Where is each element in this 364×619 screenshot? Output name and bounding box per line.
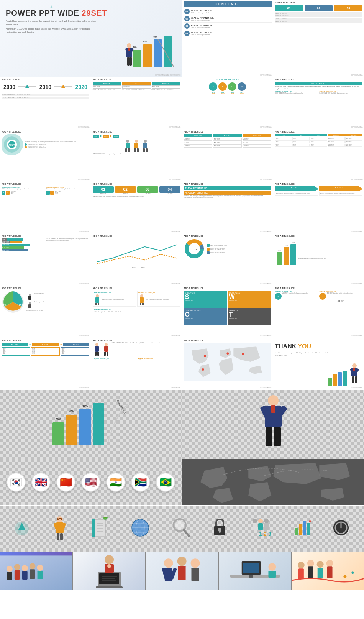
svg-point-12 — [126, 140, 129, 143]
svg-rect-4 — [127, 57, 130, 66]
celebrating-team-photo — [292, 552, 364, 590]
svg-rect-13 — [126, 143, 130, 148]
flag-korea: 🇰🇷 — [7, 473, 26, 492]
business-person-icon — [123, 43, 136, 73]
svg-rect-81 — [60, 533, 63, 540]
contents-item-2: 02 ASADAL INTERNET, INC. Click to add te… — [184, 15, 272, 23]
step-boxes-title: ADD A TITLE SLIDE — [93, 183, 180, 185]
svg-rect-33 — [28, 304, 31, 308]
svg-rect-114 — [307, 523, 310, 535]
bar-chart-asset: 30% 40% 60% BUSINESS — [0, 390, 182, 459]
svg-point-0 — [127, 43, 131, 48]
flag-china: 🇨🇳 — [56, 473, 75, 492]
hero-title: POWER PPT WIDE 29SET — [6, 9, 176, 18]
flag-uk: 🇬🇧 — [31, 473, 51, 492]
flag-usa: 🇺🇸 — [81, 473, 100, 492]
contents-slide: CONTENTS 01 ASADAL INTERNET, INC. Click … — [182, 0, 273, 77]
people-cards-title: ADD A TITLE SLIDE — [93, 287, 180, 289]
lr-bars-slide: ADD A TITLE SLIDE TEXT ADD TEXT ADD TEXT — [0, 233, 91, 285]
text-indicators-title: ADD A TITLE SLIDE — [275, 183, 362, 185]
world-map-slide: ADD A TITLE SLIDE — [182, 338, 273, 389]
teal-header-title: ADD A TITLE SLIDE — [184, 183, 272, 185]
svg-rect-45 — [97, 352, 99, 356]
svg-rect-7 — [128, 48, 130, 51]
lr-bars-title: ADD A TITLE SLIDE — [2, 235, 89, 237]
svg-point-34 — [96, 294, 99, 297]
svg-rect-143 — [178, 566, 186, 580]
svg-point-51 — [226, 352, 229, 355]
flags-asset: 🇰🇷 🇬🇧 🇨🇳 🇺🇸 🇮🇳 🇿🇦 🇧🇷 — [0, 459, 182, 505]
svg-rect-67 — [266, 427, 272, 446]
svg-rect-70 — [271, 405, 275, 413]
svg-point-158 — [326, 560, 333, 566]
svg-rect-36 — [95, 303, 97, 305]
contents-item-3: 03 ASADAL INTERNET, INC. Click to add te… — [184, 23, 272, 30]
svg-point-53 — [202, 368, 204, 371]
business-person-asset — [182, 390, 364, 459]
svg-rect-17 — [134, 143, 138, 148]
svg-rect-22 — [143, 148, 145, 152]
hero-bar-chart: 30% 40% 60% — [133, 33, 172, 67]
svg-rect-41 — [142, 303, 144, 305]
flow-title: ADD A TITLE SLIDE — [2, 339, 89, 342]
mini-chart-asset — [293, 518, 312, 539]
svg-rect-23 — [146, 148, 148, 152]
swot-title: ADD A TITLE SLIDE — [184, 287, 272, 289]
svg-point-142 — [177, 557, 187, 566]
magnifier-asset — [171, 517, 190, 540]
timeline-slide: ADD A TITLE SLIDE 2000 2010 2020 CLICK T… — [0, 77, 91, 129]
svg-rect-15 — [128, 148, 130, 152]
thank-you-text: Asadal has been running one of the bigge… — [275, 352, 332, 356]
numbered-slide: ADD A TITLE SLIDE 01 02 03 CLICK TO ADD … — [273, 0, 364, 77]
teal-header-slide: ADD A TITLE SLIDE ASADAL INTERNET, INC. … — [182, 181, 273, 233]
svg-rect-126 — [30, 569, 35, 579]
svg-rect-128 — [38, 571, 43, 579]
contents-item-1: 01 ASADAL INTERNET, INC. Click to add te… — [184, 8, 272, 15]
svg-rect-120 — [7, 572, 12, 580]
copyright-contents: COPYRIGHT ASADAL — [260, 74, 272, 76]
svg-point-42 — [95, 343, 98, 346]
figures-asset: 1 2 3 — [249, 517, 272, 540]
world-map-asset — [182, 459, 364, 505]
slide-title-numbered: ADD A TITLE SLIDE — [275, 2, 362, 4]
swot-slide: ADD A TITLE SLIDE STRENGTH S description… — [182, 286, 273, 337]
svg-rect-47 — [104, 346, 108, 352]
svg-rect-14 — [125, 148, 127, 152]
people-cards-slide: ADD A TITLE SLIDE ASADAL INTERNET, INC. … — [91, 286, 182, 337]
full-grid-title: ADD A TITLE SLIDE — [275, 131, 362, 133]
svg-rect-80 — [57, 533, 59, 540]
svg-point-50 — [203, 355, 206, 357]
svg-rect-59 — [355, 376, 357, 383]
svg-rect-155 — [308, 566, 313, 578]
svg-rect-75 — [61, 518, 62, 520]
svg-rect-124 — [22, 571, 28, 580]
svg-rect-61 — [353, 368, 355, 371]
svg-point-63 — [268, 395, 279, 406]
svg-rect-111 — [295, 528, 298, 535]
icons-assets-row: 🌿 — [0, 506, 364, 552]
hero-slide: POWER PPT WIDE 29SET Asadal has been run… — [0, 0, 182, 77]
svg-point-16 — [135, 140, 138, 143]
svg-point-38 — [140, 294, 143, 297]
svg-rect-18 — [134, 148, 136, 152]
svg-rect-58 — [352, 376, 354, 383]
svg-rect-131 — [99, 573, 119, 584]
svg-rect-43 — [95, 346, 99, 352]
svg-text:TEXT: TEXT — [9, 144, 15, 146]
info-cards-slide: ADD A TITLE SLIDE ASADAL INTERNET, INC. … — [0, 181, 91, 233]
pie-title: ADD A TITLE SLIDE — [2, 287, 89, 289]
flag-southafrica: 🇿🇦 — [131, 473, 150, 492]
circle-diagram-slide: ADD A TITLE SLIDE TEXT Asadal has been r… — [0, 129, 91, 181]
svg-rect-113 — [303, 521, 306, 535]
power-button-asset — [333, 519, 350, 538]
svg-rect-19 — [137, 148, 139, 152]
svg-point-127 — [37, 565, 43, 571]
lock-asset — [211, 517, 228, 540]
svg-rect-103 — [253, 523, 257, 530]
flag-india: 🇮🇳 — [106, 473, 125, 492]
svg-rect-74 — [57, 518, 59, 520]
svg-point-123 — [22, 565, 28, 571]
donut-chart-slide: ADD A TITLE SLIDE TEXT TEXT CLICK TO ADD… — [182, 233, 273, 285]
person-laptop-photo — [73, 552, 145, 590]
team-photo-1 — [0, 552, 72, 590]
